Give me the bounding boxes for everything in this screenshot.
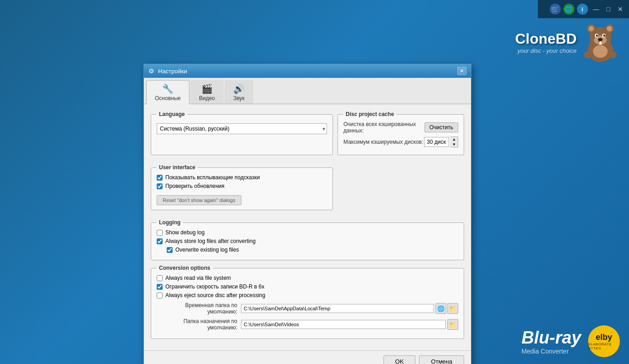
minimize-btn[interactable]: — xyxy=(591,5,602,14)
updates-checkbox[interactable] xyxy=(157,183,163,189)
dest-path-row: Папка назначения по умолчанию: 📁 xyxy=(157,318,458,331)
file-system-label: Always read via file system xyxy=(165,275,231,281)
dest-path-buttons: 📁 xyxy=(447,319,458,330)
language-legend: Language xyxy=(157,111,187,117)
limit-speed-row: Ограничить скорость записи BD-R в 6x xyxy=(157,283,458,290)
dialog-close-btn[interactable]: ✕ xyxy=(457,67,466,75)
updates-row: Проверить обновления xyxy=(157,183,327,189)
debug-label: Show debug log xyxy=(165,229,205,236)
svg-point-13 xyxy=(598,38,603,41)
cache-max-input[interactable] xyxy=(424,137,449,147)
svg-point-15 xyxy=(593,45,608,58)
middle-row: User interface Показывать всплывающие по… xyxy=(151,164,464,215)
tab-basic-icon: 🔧 xyxy=(162,83,174,94)
logging-legend: Logging xyxy=(157,219,183,226)
tab-video-label: Видео xyxy=(199,95,215,101)
svg-point-17 xyxy=(608,51,617,58)
tab-video-icon: 🎬 xyxy=(201,83,213,94)
always-store-row: Always store log files after converting xyxy=(157,238,458,244)
cache-clear-row: Очистка всех кэшированных данных: Очисти… xyxy=(343,121,458,134)
right-placeholder xyxy=(338,164,464,215)
elby-text: elby xyxy=(596,333,612,342)
reset-dialogs-btn[interactable]: Reset "don't show again" dialogs xyxy=(157,195,241,205)
tooltips-row: Показывать всплывающие подсказки xyxy=(157,174,327,181)
cache-clear-btn[interactable]: Очистить xyxy=(424,122,458,132)
overwrite-label: Overwrite existing log files xyxy=(175,247,239,253)
debug-checkbox[interactable] xyxy=(157,230,163,236)
cache-clear-value: Очистить xyxy=(424,122,458,132)
debug-log-row: Show debug log xyxy=(157,229,458,236)
temp-path-buttons: 🌐 📁 xyxy=(435,303,458,314)
bottom-branding: Blu-ray Media Converter elby ELABORATE B… xyxy=(522,325,620,357)
disc-cache-section: Disc project cache Очистка всех кэширова… xyxy=(338,111,464,155)
svg-rect-14 xyxy=(599,41,602,45)
maximize-btn[interactable]: □ xyxy=(604,5,613,14)
ok-btn[interactable]: OK xyxy=(384,355,416,364)
settings-icon: ⚙ xyxy=(148,67,154,75)
tooltips-label: Показывать всплывающие подсказки xyxy=(165,174,260,181)
cache-max-label: Максимум кэшируемых дисков: xyxy=(343,139,424,145)
file-system-checkbox[interactable] xyxy=(157,275,163,281)
bluray-title: Blu-ray xyxy=(522,328,581,348)
user-interface-section: User interface Показывать всплывающие по… xyxy=(151,164,333,210)
svg-point-16 xyxy=(584,51,593,58)
branding: CloneBD your disc - your choice xyxy=(515,20,620,64)
always-store-checkbox[interactable] xyxy=(157,238,163,244)
dialog-content: Language Система (Russian, русский) Engl… xyxy=(144,104,471,350)
spinbox-buttons: ▲ ▼ xyxy=(450,136,458,147)
dest-path-input[interactable] xyxy=(241,320,446,329)
limit-speed-checkbox[interactable] xyxy=(157,284,163,290)
dialog-tabs: 🔧 Основные 🎬 Видео 🔊 Звук xyxy=(144,78,471,104)
elby-badge: elby ELABORATE BYTES xyxy=(588,325,620,357)
branding-text: CloneBD your disc - your choice xyxy=(515,30,577,54)
close-topbar-btn[interactable]: ✕ xyxy=(615,5,625,14)
file-system-row: Always read via file system xyxy=(157,275,458,281)
tab-audio[interactable]: 🔊 Звук xyxy=(225,80,253,104)
dialog-footer: OK Отмена xyxy=(144,350,471,364)
spinbox-down-btn[interactable]: ▼ xyxy=(450,142,458,147)
updates-label: Проверить обновления xyxy=(165,183,225,189)
dialog-title-left: ⚙ Настройки xyxy=(148,67,187,75)
tab-audio-label: Звук xyxy=(233,95,245,101)
temp-path-input[interactable] xyxy=(241,304,434,313)
disc-cache-legend: Disc project cache xyxy=(343,111,396,117)
bear-mascot xyxy=(581,20,620,64)
temp-path-browse-btn[interactable]: 🌐 xyxy=(435,303,446,314)
cart-icon[interactable]: 🛒 xyxy=(550,4,561,15)
dest-path-label: Папка назначения по умолчанию: xyxy=(157,318,241,331)
cancel-btn[interactable]: Отмена xyxy=(419,355,464,364)
temp-path-folder-btn[interactable]: 📁 xyxy=(447,303,458,314)
dialog-controls: ✕ xyxy=(457,67,466,75)
always-store-label: Always store log files after converting xyxy=(165,238,256,244)
cache-clear-label: Очистка всех кэшированных данных: xyxy=(343,121,424,134)
cache-max-spinbox: ▲ ▼ xyxy=(424,136,458,147)
svg-point-9 xyxy=(596,35,598,37)
branding-subtitle: your disc - your choice xyxy=(515,47,577,54)
spinbox-up-btn[interactable]: ▲ xyxy=(450,137,458,142)
svg-point-5 xyxy=(607,26,612,31)
branding-title: CloneBD xyxy=(515,30,577,47)
cache-max-row: Максимум кэшируемых дисков: ▲ ▼ xyxy=(343,136,458,147)
dest-path-folder-btn[interactable]: 📁 xyxy=(447,319,458,330)
info-icon[interactable]: i xyxy=(577,4,588,15)
language-select[interactable]: Система (Russian, русский) English Deuts… xyxy=(157,123,327,134)
dialog-title: Настройки xyxy=(158,68,187,75)
svg-point-3 xyxy=(588,26,594,31)
globe-icon[interactable]: 🌐 xyxy=(563,4,574,15)
tooltips-checkbox[interactable] xyxy=(157,175,163,181)
dialog-titlebar: ⚙ Настройки ✕ xyxy=(144,64,471,78)
tab-video[interactable]: 🎬 Видео xyxy=(190,80,224,104)
bluray-subtitle: Media Converter xyxy=(522,348,581,355)
language-section: Language Система (Russian, русский) Engl… xyxy=(151,111,333,155)
limit-speed-label: Ограничить скорость записи BD-R в 6x xyxy=(165,283,264,290)
svg-point-12 xyxy=(604,35,605,35)
conversion-legend: Conversion options xyxy=(157,265,213,271)
tab-basic[interactable]: 🔧 Основные xyxy=(146,80,189,104)
eject-checkbox[interactable] xyxy=(157,293,163,298)
eject-label: Always eject source disc after processin… xyxy=(165,292,265,298)
tab-audio-icon: 🔊 xyxy=(233,83,245,94)
ui-legend: User interface xyxy=(157,164,198,171)
temp-path-row: Временная папка по умолчанию: 🌐 📁 xyxy=(157,302,458,315)
overwrite-checkbox[interactable] xyxy=(167,247,173,253)
bluray-branding: Blu-ray Media Converter xyxy=(522,328,581,355)
